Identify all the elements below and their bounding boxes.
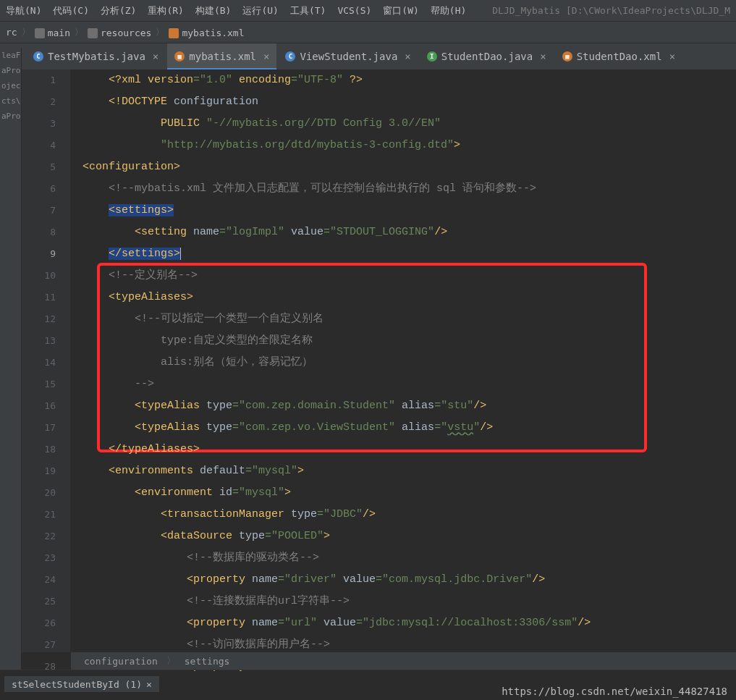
crumb-node[interactable]: settings	[185, 656, 230, 667]
xml-file-icon	[169, 28, 179, 38]
code-line[interactable]: <typeAlias type="com.zep.domain.Student"…	[83, 395, 736, 417]
line-number[interactable]: 4	[22, 135, 70, 156]
structure-breadcrumb[interactable]: configuration 〉 settings	[71, 652, 736, 670]
code-line[interactable]: </settings>	[83, 243, 736, 265]
line-number[interactable]: 11	[22, 287, 70, 308]
menu-analyze[interactable]: 分析(Z)	[101, 4, 136, 17]
menu-vcs[interactable]: VCS(S)	[337, 5, 371, 16]
menu-build[interactable]: 构建(B)	[195, 4, 231, 17]
line-number[interactable]: 7	[22, 200, 70, 222]
line-number[interactable]: 13	[22, 330, 70, 352]
code-line[interactable]: <?xml version="1.0" encoding="UTF-8" ?>	[83, 69, 736, 91]
code-line[interactable]: <property name="driver" value="com.mysql…	[83, 569, 736, 591]
line-number[interactable]: 19	[22, 460, 70, 482]
code-line[interactable]: <setting name="logImpl" value="STDOUT_LO…	[83, 222, 736, 243]
crumb-item[interactable]: mybatis.xml	[169, 27, 244, 38]
tab-viewstudent[interactable]: C ViewStudent.java ×	[278, 43, 418, 69]
line-number[interactable]: 6	[22, 178, 70, 200]
code-line[interactable]: <!--连接数据库的url字符串-->	[83, 591, 736, 612]
close-icon[interactable]: ×	[669, 51, 675, 62]
window-title: DLJD_Mybatis [D:\CWork\IdeaProjects\DLJD…	[492, 5, 730, 16]
line-number[interactable]: 22	[22, 526, 70, 547]
code-line[interactable]: <environments default="mysql">	[83, 460, 736, 482]
line-number[interactable]: 2	[22, 91, 70, 113]
code-line[interactable]: <configuration>	[83, 156, 736, 178]
project-item[interactable]: ojec	[0, 78, 21, 93]
menu-code[interactable]: 代码(C)	[53, 4, 88, 17]
line-number[interactable]: 12	[22, 308, 70, 330]
close-icon[interactable]: ×	[263, 51, 269, 62]
project-item[interactable]: cts\	[0, 93, 21, 109]
project-item[interactable]: aPro	[0, 109, 21, 124]
chevron-right-icon: 〉	[22, 26, 30, 38]
line-number[interactable]: 26	[22, 612, 70, 634]
line-number[interactable]: 21	[22, 504, 70, 526]
close-icon[interactable]: ×	[153, 51, 158, 62]
code-line[interactable]: <typeAliases>	[83, 287, 736, 308]
line-number[interactable]: 20	[22, 482, 70, 504]
folder-icon	[88, 28, 98, 38]
code-editor[interactable]: 1 2 3 4 5 6 7 8 9 10 11 12 13 14 15 16 1…	[22, 69, 736, 670]
code-line[interactable]: <!--mybatis.xml 文件加入日志配置，可以在控制台输出执行的 sql…	[83, 178, 736, 200]
menu-window[interactable]: 窗口(W)	[383, 4, 418, 17]
code-line[interactable]: <!--数据库的驱动类名-->	[83, 547, 736, 569]
tab-studentdao-java[interactable]: I StudentDao.java ×	[420, 43, 554, 69]
crumb-item[interactable]: resources	[88, 27, 151, 38]
line-number[interactable]: 17	[22, 417, 70, 439]
line-number[interactable]: 8	[22, 222, 70, 243]
code-line[interactable]: <property name="url" value="jdbc:mysql:/…	[83, 612, 736, 634]
java-file-icon: C	[33, 51, 43, 62]
crumb-item[interactable]: rc	[6, 27, 17, 38]
project-item[interactable]: leaF	[0, 48, 21, 63]
code-line[interactable]: <settings>	[83, 200, 736, 222]
tab-label: StudentDao.xml	[577, 51, 662, 62]
line-number[interactable]: 1	[22, 69, 70, 91]
code-line[interactable]: </typeAliases>	[83, 439, 736, 460]
line-number[interactable]: 24	[22, 569, 70, 591]
line-number[interactable]: 16	[22, 395, 70, 417]
code-line[interactable]: <!DOCTYPE configuration	[83, 91, 736, 113]
run-config-tab[interactable]: stSelectStudentById (1) ×	[4, 676, 159, 692]
line-number[interactable]: 14	[22, 352, 70, 374]
xml-file-icon: ▦	[174, 51, 185, 62]
line-number[interactable]: 10	[22, 265, 70, 287]
line-number[interactable]: 23	[22, 547, 70, 569]
line-number[interactable]: 18	[22, 439, 70, 460]
code-line[interactable]: <!--可以指定一个类型一个自定义别名	[83, 308, 736, 330]
code-line[interactable]: <dataSource type="POOLED">	[83, 526, 736, 547]
line-number[interactable]: 27	[22, 634, 70, 656]
code-area[interactable]: <?xml version="1.0" encoding="UTF-8" ?> …	[71, 69, 736, 652]
menu-tools[interactable]: 工具(T)	[290, 4, 326, 17]
line-number-current[interactable]: 9	[22, 243, 70, 265]
code-line[interactable]: <transactionManager type="JDBC"/>	[83, 504, 736, 526]
crumb-item[interactable]: main	[35, 27, 70, 38]
tab-studentdao-xml[interactable]: ▦ StudentDao.xml ×	[555, 43, 682, 69]
code-line[interactable]: type:自定义类型的全限定名称	[83, 330, 736, 352]
code-line[interactable]: <!--定义别名-->	[83, 265, 736, 287]
line-number[interactable]: 5	[22, 156, 70, 178]
code-line[interactable]: <environment id="mysql">	[83, 482, 736, 504]
code-line[interactable]: "http://mybatis.org/dtd/mybatis-3-config…	[83, 135, 736, 156]
project-tool-window[interactable]: leaF aPro ojec cts\ aPro	[0, 48, 22, 670]
line-number[interactable]: 25	[22, 591, 70, 612]
code-line[interactable]: PUBLIC "-//mybatis.org//DTD Config 3.0//…	[83, 113, 736, 135]
line-number[interactable]: 15	[22, 374, 70, 395]
crumb-node[interactable]: configuration	[84, 656, 158, 667]
menu-navigate[interactable]: 导航(N)	[6, 4, 41, 17]
close-icon[interactable]: ×	[146, 679, 152, 690]
line-gutter[interactable]: 1 2 3 4 5 6 7 8 9 10 11 12 13 14 15 16 1…	[22, 69, 71, 652]
code-line[interactable]: alis:别名（短小，容易记忆）	[83, 352, 736, 374]
menu-refactor[interactable]: 重构(R)	[148, 4, 183, 17]
tab-mybatis-xml[interactable]: ▦ mybatis.xml ×	[167, 43, 276, 69]
close-icon[interactable]: ×	[540, 51, 546, 62]
code-line[interactable]: <typeAlias type="com.zep.vo.ViewStudent"…	[83, 417, 736, 439]
chevron-right-icon: 〉	[166, 654, 176, 667]
menu-help[interactable]: 帮助(H)	[431, 4, 466, 17]
code-line[interactable]: -->	[83, 374, 736, 395]
line-number[interactable]: 3	[22, 113, 70, 135]
menu-run[interactable]: 运行(U)	[242, 4, 278, 17]
tab-testmybatis[interactable]: C TestMybatis.java ×	[26, 43, 166, 69]
interface-file-icon: I	[427, 51, 437, 62]
close-icon[interactable]: ×	[405, 51, 410, 62]
project-item[interactable]: aPro	[0, 63, 21, 78]
